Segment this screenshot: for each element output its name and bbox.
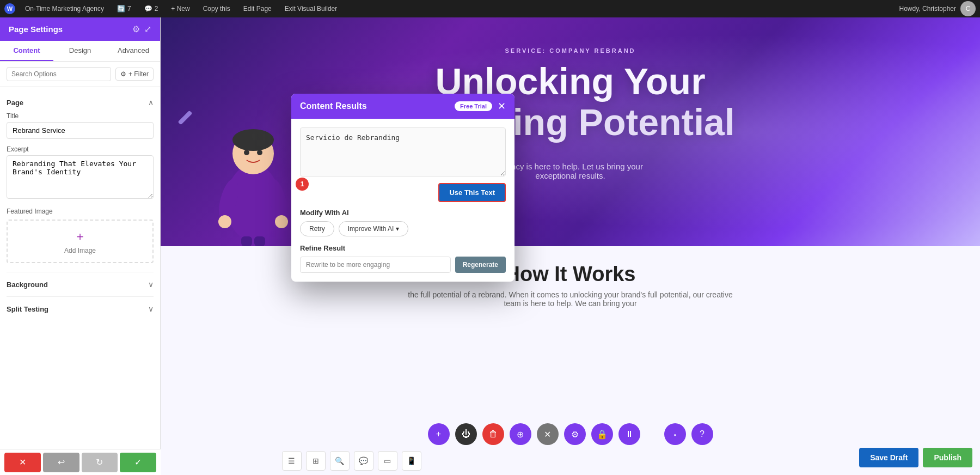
character-illustration — [204, 94, 302, 246]
pause-fab[interactable]: ⏸ — [618, 423, 640, 445]
settings-icon[interactable]: ⚙ — [132, 24, 140, 34]
close-modal-button[interactable]: ✕ — [498, 101, 506, 111]
admin-bar: W On-Time Marketing Agency 🔄 7 💬 2 + New… — [0, 0, 980, 17]
undo-icon: ↩ — [58, 457, 65, 467]
settings-fab[interactable]: ⚙ — [564, 423, 586, 445]
mobile-icon[interactable]: 📱 — [402, 451, 421, 471]
tab-content[interactable]: Content — [0, 41, 53, 61]
split-testing-title: Split Testing — [7, 305, 48, 313]
sidebar-header-icons: ⚙ ⤢ — [132, 24, 151, 34]
exit-builder-item[interactable]: Exit Visual Builder — [281, 5, 341, 13]
svg-rect-9 — [241, 236, 252, 246]
step-badge: 1 — [296, 178, 309, 191]
split-testing-chevron-icon: ∨ — [148, 305, 154, 313]
filter-icon: ⚙ — [120, 70, 126, 78]
excerpt-textarea[interactable]: Rebranding That Elevates Your Brand's Id… — [7, 155, 154, 199]
comments-item[interactable]: 💬 2 — [141, 5, 162, 13]
svg-point-0 — [226, 165, 280, 241]
page-section-title: Page — [7, 99, 23, 107]
add-image-button[interactable]: ＋ Add Image — [7, 220, 154, 263]
result-textarea[interactable]: Servicio de Rebranding — [300, 127, 506, 176]
sidebar: Page Settings ⚙ ⤢ Content Design Advance… — [0, 17, 161, 475]
free-trial-badge[interactable]: Free Trial — [455, 101, 492, 111]
copy-this-item[interactable]: Copy this — [200, 5, 234, 13]
sidebar-content: Page ∧ Title Excerpt Rebranding That Ele… — [0, 87, 160, 452]
modify-label: Modify With AI — [300, 209, 506, 217]
search-input[interactable] — [7, 67, 111, 81]
svg-rect-10 — [254, 236, 265, 246]
page-tools: ☰ ⊞ 🔍 💬 ▭ 📱 — [282, 451, 421, 471]
confirm-icon: ✓ — [134, 457, 142, 467]
publish-button[interactable]: Publish — [923, 448, 972, 467]
background-header[interactable]: Background ∨ — [7, 280, 154, 289]
improve-button[interactable]: Improve With AI ▾ — [339, 221, 409, 236]
dropdown-arrow-icon: ▾ — [396, 225, 399, 233]
admin-bar-right: Howdy, Christopher C — [899, 1, 976, 16]
expand-icon[interactable]: ⤢ — [144, 24, 151, 34]
grid-icon[interactable]: ⊞ — [306, 451, 326, 471]
tab-advanced[interactable]: Advanced — [107, 41, 160, 61]
updates-item[interactable]: 🔄 7 — [114, 5, 134, 13]
hero-subtitle: agency is here to help. Let us bring you… — [498, 162, 643, 180]
svg-point-7 — [218, 215, 231, 228]
plus-icon: ＋ — [74, 228, 86, 245]
page-actions: Save Draft Publish — [859, 448, 972, 467]
redo-button[interactable]: ↻ — [82, 453, 118, 472]
new-item[interactable]: + New — [168, 5, 193, 13]
cancel-icon: ✕ — [19, 457, 26, 467]
delete-fab[interactable]: 🗑 — [482, 423, 504, 445]
regenerate-button[interactable]: Regenerate — [455, 257, 506, 273]
float-actions: + ⏻ 🗑 ⊕ ✕ ⚙ 🔒 ⏸ ⬩ ? — [428, 423, 713, 445]
retry-button[interactable]: Retry — [300, 221, 334, 236]
power-fab[interactable]: ⏻ — [455, 423, 477, 445]
sidebar-header: Page Settings ⚙ ⤢ — [0, 17, 160, 41]
background-title: Background — [7, 281, 48, 289]
chat-icon[interactable]: 💬 — [354, 451, 373, 471]
refine-input[interactable] — [300, 257, 451, 273]
bottom-bar: ✕ ↩ ↻ ✓ — [0, 449, 161, 475]
svg-point-5 — [215, 176, 242, 223]
cancel-button[interactable]: ✕ — [4, 453, 41, 472]
nav-fab-1[interactable]: ⬩ — [664, 423, 686, 445]
filter-button[interactable]: ⚙ + Filter — [115, 68, 154, 81]
modify-buttons: Retry Improve With AI ▾ — [300, 221, 506, 236]
modal-header: Content Results Free Trial ✕ — [291, 94, 514, 119]
site-name[interactable]: On-Time Marketing Agency — [22, 5, 107, 13]
use-this-button[interactable]: Use This Text — [438, 183, 506, 202]
content-results-modal: Content Results Free Trial ✕ Servicio de… — [291, 94, 514, 282]
refine-label: Refine Result — [300, 244, 506, 252]
close-fab[interactable]: ✕ — [537, 423, 559, 445]
sidebar-search-row: ⚙ + Filter — [0, 62, 160, 87]
add-fab[interactable]: + — [428, 423, 450, 445]
search-tool-icon[interactable]: 🔍 — [330, 451, 350, 471]
decorative-shape-1 — [178, 111, 193, 125]
service-label: SERVICE: COMPANY REBRAND — [505, 47, 635, 54]
excerpt-label: Excerpt — [7, 145, 154, 153]
use-this-wrapper: 1 Use This Text — [300, 183, 506, 202]
undo-button[interactable]: ↩ — [43, 453, 79, 472]
page-section-toggle[interactable]: ∧ — [148, 98, 154, 107]
tablet-icon[interactable]: ▭ — [378, 451, 397, 471]
svg-point-4 — [257, 150, 262, 155]
wp-logo-icon[interactable]: W — [4, 3, 15, 14]
page-section-header: Page ∧ — [7, 98, 154, 107]
how-subtitle: the full potential of a rebrand. When it… — [407, 290, 734, 308]
split-testing-header[interactable]: Split Testing ∨ — [7, 305, 154, 313]
modal-header-right: Free Trial ✕ — [455, 101, 506, 111]
edit-page-item[interactable]: Edit Page — [240, 5, 275, 13]
featured-image-label: Featured Image — [7, 208, 154, 215]
hero-background: SERVICE: COMPANY REBRAND Unlocking Your … — [161, 17, 980, 246]
confirm-button[interactable]: ✓ — [120, 453, 156, 472]
nav-fab-2[interactable]: ? — [691, 423, 713, 445]
svg-point-6 — [264, 176, 291, 223]
copy-fab[interactable]: ⊕ — [510, 423, 531, 445]
save-draft-button[interactable]: Save Draft — [859, 448, 918, 467]
lock-fab[interactable]: 🔒 — [591, 423, 613, 445]
title-input[interactable] — [7, 122, 154, 139]
background-chevron-icon: ∨ — [148, 280, 154, 289]
avatar[interactable]: C — [960, 1, 976, 16]
svg-point-8 — [275, 215, 288, 228]
main-area: SERVICE: COMPANY REBRAND Unlocking Your … — [161, 17, 980, 475]
tab-design[interactable]: Design — [53, 41, 107, 61]
layout-icon[interactable]: ☰ — [282, 451, 302, 471]
